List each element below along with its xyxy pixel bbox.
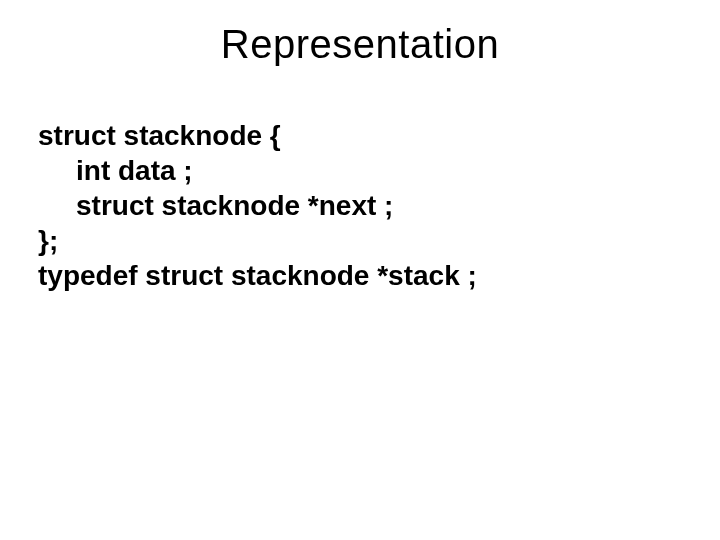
code-line-3: struct stacknode *next ; [38, 188, 682, 223]
code-line-1: struct stacknode { [38, 118, 682, 153]
slide: Representation struct stacknode { int da… [0, 0, 720, 540]
slide-title: Representation [0, 22, 720, 67]
code-line-5: typedef struct stacknode *stack ; [38, 258, 682, 293]
code-line-4: }; [38, 223, 682, 258]
code-line-2: int data ; [38, 153, 682, 188]
slide-body: struct stacknode { int data ; struct sta… [38, 118, 682, 293]
